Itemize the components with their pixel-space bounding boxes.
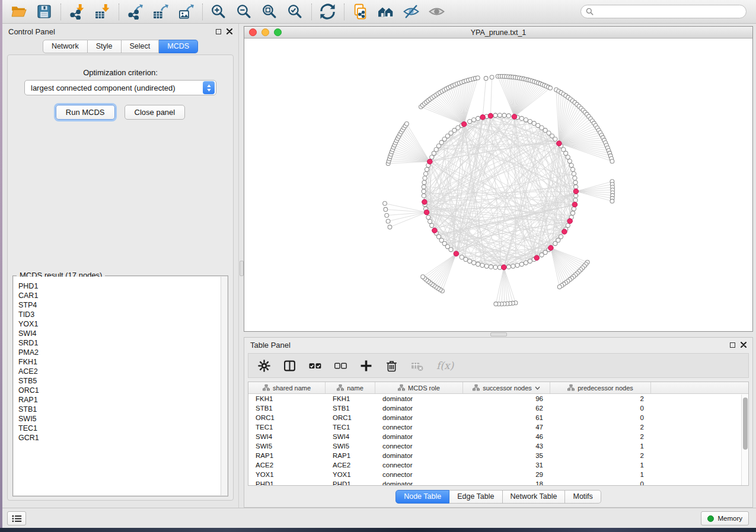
network-graph[interactable]: [244, 39, 752, 331]
mcds-result-item[interactable]: STB5: [18, 376, 227, 386]
cell-name: PHD1: [326, 479, 375, 486]
zoom-in-icon: [210, 4, 227, 20]
column-header-successor-nodes[interactable]: successor nodes: [463, 382, 550, 393]
toolbar-separator: [119, 4, 119, 20]
splitter-handle[interactable]: [240, 261, 244, 276]
export-table-button[interactable]: [150, 2, 170, 22]
delete-table-button[interactable]: [411, 360, 423, 372]
control-panel-header: Control Panel: [2, 24, 238, 39]
tab-network-table[interactable]: Network Table: [503, 490, 566, 504]
add-column-button[interactable]: [360, 360, 372, 372]
criterion-select[interactable]: largest connected component (undirected): [24, 80, 216, 95]
mcds-result-item[interactable]: SWI5: [18, 414, 227, 424]
mcds-result-item[interactable]: TID3: [18, 310, 227, 319]
import-network-button[interactable]: [66, 2, 87, 22]
cell-successor-nodes: 18: [463, 479, 550, 486]
open-file-button[interactable]: [8, 2, 28, 22]
tab-mcds[interactable]: MCDS: [159, 40, 198, 53]
mcds-result-item[interactable]: STB1: [18, 405, 227, 414]
cell-successor-nodes: 43: [463, 441, 550, 451]
run-mcds-button[interactable]: Run MCDS: [56, 105, 115, 120]
mcds-result-list[interactable]: PHD1CAR1STP4TID3YOX1SWI4SRD1PMA2FKH1ACE2…: [14, 277, 227, 495]
delete-columns-button[interactable]: [385, 360, 398, 372]
show-columns-button[interactable]: [283, 360, 296, 372]
show-hidden-button[interactable]: [426, 2, 446, 22]
column-header-name[interactable]: name: [326, 382, 375, 393]
zoom-fit-icon: [261, 4, 277, 20]
refresh-button[interactable]: [317, 2, 337, 22]
tab-select[interactable]: Select: [122, 40, 160, 53]
tab-node-table[interactable]: Node Table: [395, 490, 449, 504]
task-history-button[interactable]: [7, 511, 26, 525]
zoom-in-button[interactable]: [208, 2, 228, 22]
table-row[interactable]: SWI5SWI5connector431: [248, 441, 748, 451]
mcds-result-item[interactable]: ORC1: [18, 386, 227, 395]
column-header-label: MCDS role: [408, 384, 440, 392]
float-panel-icon[interactable]: [730, 342, 735, 348]
tab-motifs[interactable]: Motifs: [565, 490, 601, 504]
close-panel-button[interactable]: Close panel: [125, 105, 186, 120]
mcds-result-item[interactable]: SRD1: [18, 338, 227, 348]
deselect-all-button[interactable]: [334, 360, 347, 372]
mcds-list-scrollbar[interactable]: [221, 277, 227, 495]
table-row[interactable]: ORC1ORC1dominator610: [248, 413, 748, 422]
mcds-result-item[interactable]: FKH1: [18, 357, 227, 367]
mcds-result-item[interactable]: PMA2: [18, 348, 227, 357]
mcds-result-item[interactable]: ACE2: [18, 367, 227, 376]
table-row[interactable]: YOX1YOX1connector291: [248, 470, 748, 479]
cybrowser-button[interactable]: [375, 2, 395, 22]
tab-edge-table[interactable]: Edge Table: [449, 490, 502, 504]
node-table-header: shared namenameMCDS rolesuccessor nodesp…: [248, 382, 748, 394]
cell-mcds-role: connector: [375, 441, 463, 451]
export-image-button[interactable]: [176, 2, 196, 22]
column-header-mcds-role[interactable]: MCDS role: [375, 382, 463, 393]
mcds-result-item[interactable]: GCR1: [18, 433, 227, 443]
table-row[interactable]: SWI4SWI4dominator462: [248, 432, 748, 441]
column-header-predecessor-nodes[interactable]: predecessor nodes: [550, 382, 651, 393]
apply-function-button[interactable]: f(x): [436, 360, 454, 371]
table-row[interactable]: RAP1RAP1dominator352: [248, 451, 748, 460]
network-view-canvas[interactable]: [244, 39, 752, 331]
mcds-result-item[interactable]: TEC1: [18, 424, 227, 433]
splitter-handle[interactable]: [490, 332, 507, 336]
tab-network[interactable]: Network: [43, 40, 88, 53]
search-input[interactable]: [596, 6, 746, 17]
column-header-shared-name[interactable]: shared name: [248, 382, 326, 393]
mcds-result-item[interactable]: SWI4: [18, 329, 227, 338]
mcds-result-item[interactable]: STP4: [18, 300, 227, 310]
mcds-result-item[interactable]: RAP1: [18, 395, 227, 405]
column-header-label: name: [347, 384, 363, 392]
mcds-result-item[interactable]: CAR1: [18, 291, 227, 300]
close-panel-icon[interactable]: [741, 342, 747, 348]
table-row[interactable]: STB1STB1dominator620: [248, 403, 748, 413]
horizontal-splitter[interactable]: [244, 332, 753, 337]
vertical-splitter[interactable]: [238, 24, 244, 508]
zoom-fit-button[interactable]: [259, 2, 279, 22]
memory-label: Memory: [717, 515, 742, 522]
clone-network-icon: [352, 4, 368, 20]
import-network-icon: [69, 4, 85, 20]
zoom-selected-button[interactable]: [285, 2, 305, 22]
table-scrollbar[interactable]: [741, 395, 748, 485]
table-row[interactable]: ACE2ACE2connector311: [248, 460, 748, 470]
import-table-button[interactable]: [92, 2, 112, 22]
save-session-button[interactable]: [34, 2, 54, 22]
float-panel-icon[interactable]: [216, 29, 221, 34]
close-panel-icon[interactable]: [227, 28, 232, 34]
tab-style[interactable]: Style: [88, 40, 122, 53]
memory-button[interactable]: Memory: [701, 511, 749, 525]
table-scrollbar-thumb[interactable]: [743, 398, 748, 450]
mcds-result-item[interactable]: YOX1: [18, 319, 227, 329]
cell-shared-name: FKH1: [248, 394, 326, 403]
select-all-button[interactable]: [309, 360, 321, 372]
table-row[interactable]: FKH1FKH1dominator962: [248, 394, 748, 403]
table-row[interactable]: TEC1TEC1connector472: [248, 422, 748, 432]
clone-network-button[interactable]: [350, 2, 370, 22]
hide-selected-button[interactable]: [401, 2, 421, 22]
mcds-result-item[interactable]: PHD1: [18, 281, 227, 291]
network-window-titlebar[interactable]: YPA_prune.txt_1: [244, 27, 752, 39]
table-row[interactable]: PHD1PHD1dominator180: [248, 479, 748, 486]
table-settings-button[interactable]: [258, 360, 270, 372]
export-network-button[interactable]: [125, 2, 145, 22]
zoom-out-button[interactable]: [234, 2, 254, 22]
